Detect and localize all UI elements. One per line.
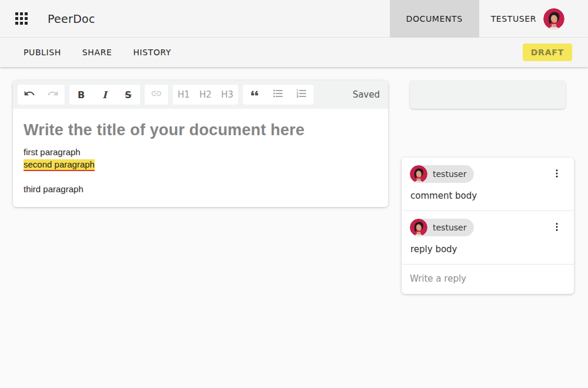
comment-menu-button[interactable] <box>550 167 563 181</box>
reply-header: testuser <box>410 219 567 236</box>
comment-author-chip: testuser <box>410 165 474 183</box>
h1-button[interactable]: H1 <box>173 85 195 105</box>
apps-grid-button[interactable] <box>14 12 28 26</box>
reply-menu-button[interactable] <box>550 220 563 235</box>
paragraph-highlighted[interactable]: second paragraph <box>24 158 377 170</box>
user-name: TESTUSER <box>491 14 536 24</box>
italic-button[interactable]: I <box>93 85 116 105</box>
reply-input[interactable]: Write a reply <box>402 264 574 294</box>
ordered-list-button[interactable] <box>290 85 313 105</box>
blockquote-button[interactable] <box>243 85 266 105</box>
comments-panel-toolbar <box>410 81 566 109</box>
kebab-menu-icon <box>552 167 562 182</box>
history-button[interactable]: HISTORY <box>133 48 171 57</box>
comment-header: testuser <box>410 165 567 183</box>
save-status: Saved <box>353 89 380 100</box>
paragraph[interactable]: first paragraph <box>24 146 377 158</box>
app-title: PeerDoc <box>48 12 95 25</box>
editor-card: B I S H1 H2 H3 <box>13 81 388 207</box>
link-icon <box>151 88 162 102</box>
paragraph-empty[interactable] <box>24 170 377 183</box>
strikethrough-button[interactable]: S <box>116 85 140 105</box>
reply-author-chip: testuser <box>410 219 474 236</box>
redo-button[interactable] <box>41 85 65 105</box>
blockquote-icon <box>249 88 260 102</box>
h3-button[interactable]: H3 <box>216 85 238 105</box>
comment-author-name: testuser <box>433 169 466 179</box>
document-editor: Write the title of your document here fi… <box>13 109 388 207</box>
bullet-list-icon <box>272 88 284 102</box>
bold-button[interactable]: B <box>69 85 93 105</box>
draft-status-badge: DRAFT <box>523 44 572 61</box>
reply-body: reply body <box>410 244 567 255</box>
comment: testuser comment body <box>402 158 574 210</box>
document-action-bar: PUBLISH SHARE HISTORY DRAFT <box>0 38 588 67</box>
undo-icon <box>24 88 35 102</box>
editor-toolbar: B I S H1 H2 H3 <box>13 81 388 109</box>
h2-button[interactable]: H2 <box>195 85 216 105</box>
comment-reply: testuser reply body <box>402 210 574 264</box>
share-button[interactable]: SHARE <box>82 48 112 57</box>
comment-author-avatar <box>410 165 427 183</box>
undo-button[interactable] <box>18 85 41 105</box>
comment-thread-card: testuser comment body testuser <box>402 158 574 294</box>
text-style-group: B I S <box>69 85 140 105</box>
tab-documents[interactable]: DOCUMENTS <box>390 0 479 38</box>
main-content: B I S H1 H2 H3 <box>0 67 588 388</box>
user-avatar <box>543 8 564 29</box>
redo-icon <box>47 88 59 102</box>
comment-highlight[interactable]: second paragraph <box>24 159 95 171</box>
reply-author-avatar <box>410 219 427 236</box>
block-format-group <box>243 85 313 105</box>
ordered-list-icon <box>296 88 308 102</box>
heading-group: H1 H2 H3 <box>173 85 238 105</box>
document-title-placeholder[interactable]: Write the title of your document here <box>24 121 377 139</box>
apps-grid-icon <box>15 12 28 25</box>
undo-redo-group <box>18 85 65 105</box>
user-menu-button[interactable]: TESTUSER <box>491 8 564 29</box>
bullet-list-button[interactable] <box>266 85 290 105</box>
link-group <box>145 85 168 105</box>
kebab-menu-icon <box>552 220 562 235</box>
reply-author-name: testuser <box>433 223 466 232</box>
comment-body: comment body <box>410 190 567 201</box>
top-navbar: PeerDoc DOCUMENTS TESTUSER <box>0 0 588 38</box>
link-button[interactable] <box>145 85 168 105</box>
publish-button[interactable]: PUBLISH <box>24 48 61 57</box>
paragraph[interactable]: third paragraph <box>24 183 377 195</box>
